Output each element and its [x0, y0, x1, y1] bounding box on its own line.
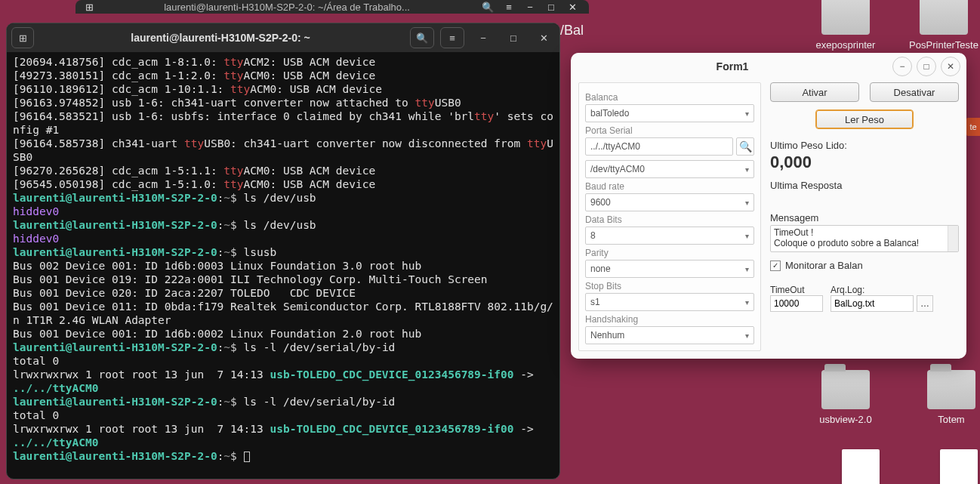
desktop-icon-totem[interactable]: Totem [906, 370, 980, 425]
desktop-icon-posprintertester[interactable]: PosPrinterTeste [898, 0, 980, 51]
desktop-file-2[interactable] [914, 449, 980, 484]
maximize-button[interactable]: □ [502, 27, 525, 48]
folder-icon [821, 0, 870, 35]
arqlog-browse-button[interactable]: … [917, 295, 933, 312]
menu-button[interactable]: ≡ [440, 27, 464, 48]
databits-combo[interactable]: 8 [585, 227, 754, 245]
handshake-combo[interactable]: Nenhum [585, 326, 754, 344]
bg-terminal-title: laurenti@laurenti-H310M-S2P-2-0: ~/Área … [97, 2, 477, 13]
ativar-button[interactable]: Ativar [770, 82, 859, 102]
form-close-button[interactable]: ✕ [941, 57, 960, 76]
close-button[interactable]: ✕ [532, 27, 555, 48]
msg-line-2: Coloque o produto sobre a Balanca! [774, 238, 955, 248]
ultima-resposta-label: Ultima Resposta [770, 180, 959, 191]
desktop-icon-label: PosPrinterTeste [898, 39, 980, 51]
folder-icon [920, 0, 968, 35]
form1-body: Balanca balToledo Porta Serial ../../tty… [571, 79, 966, 359]
folder-icon [821, 370, 870, 409]
newtab-button[interactable]: ⊞ [11, 27, 34, 48]
bg-close-icon[interactable]: ✕ [562, 0, 583, 14]
monitorar-checkbox[interactable]: ✓ [770, 260, 781, 271]
form-maximize-button[interactable]: □ [917, 57, 936, 76]
timeout-label: TimeOut [770, 285, 823, 295]
stopbits-combo[interactable]: s1 [585, 293, 754, 311]
desktop-icon-label: exeposprinter [800, 39, 891, 51]
porta-label: Porta Serial [585, 125, 754, 136]
porta-input[interactable]: ../../ttyACM0 [585, 137, 733, 156]
minimize-button[interactable]: − [472, 27, 495, 48]
balanca-label: Balanca [585, 92, 754, 103]
search-button[interactable]: 🔍 [410, 27, 434, 48]
handshake-label: Handshaking [585, 314, 754, 325]
newtab-icon[interactable]: ⊞ [82, 2, 97, 13]
desktop-icon-label: Totem [906, 414, 980, 425]
dev-combo[interactable]: /dev/ttyACM0 [585, 160, 754, 178]
partial-path-label: /Bal [560, 23, 584, 39]
desktop-icon-label: usbview-2.0 [800, 414, 891, 425]
file-icon [842, 449, 880, 484]
bg-menu-icon[interactable]: ≡ [498, 0, 519, 14]
stopbits-label: Stop Bits [585, 281, 754, 291]
terminal-cursor [244, 452, 250, 462]
arqlog-input[interactable] [831, 295, 914, 312]
bg-maximize-icon[interactable]: □ [541, 0, 562, 14]
lerpeso-button[interactable]: Ler Peso [815, 109, 914, 129]
file-icon [940, 449, 978, 484]
mensagem-label: Mensagem [770, 212, 959, 224]
form1-titlebar: Form1 − □ ✕ [571, 53, 966, 79]
msg-scrollbar[interactable] [948, 226, 958, 251]
databits-label: Data Bits [585, 214, 754, 225]
balanca-combo[interactable]: balToledo [585, 104, 754, 122]
terminal-body[interactable]: [20694.418756] cdc_acm 1-8:1.0: ttyACM2:… [7, 52, 559, 479]
timeout-input[interactable] [770, 295, 823, 312]
desktop-icon-usbview[interactable]: usbview-2.0 [800, 370, 891, 425]
mensagem-textbox[interactable]: TimeOut ! Coloque o produto sobre a Bala… [770, 225, 959, 252]
bg-search-icon[interactable]: 🔍 [477, 0, 498, 14]
bg-minimize-icon[interactable]: − [519, 0, 541, 14]
ultimo-peso-value: 0,000 [770, 153, 959, 172]
folder-icon [927, 370, 975, 409]
porta-search-button[interactable]: 🔍 [736, 137, 754, 156]
msg-line-1: TimeOut ! [774, 227, 955, 238]
form-minimize-button[interactable]: − [892, 57, 912, 76]
form1-window: Form1 − □ ✕ Balanca balToledo Porta Seri… [571, 53, 966, 359]
desktop-file-1[interactable] [815, 449, 906, 484]
terminal-titlebar: ⊞ laurenti@laurenti-H310M-S2P-2-0: ~ 🔍 ≡… [7, 23, 559, 52]
magnifier-icon: 🔍 [739, 140, 752, 153]
form1-title: Form1 [577, 60, 888, 72]
background-terminal-titlebar: ⊞ laurenti@laurenti-H310M-S2P-2-0: ~/Áre… [76, 0, 589, 14]
terminal-window: ⊞ laurenti@laurenti-H310M-S2P-2-0: ~ 🔍 ≡… [6, 23, 560, 479]
ultimo-peso-label: Ultimo Peso Lido: [770, 140, 959, 151]
terminal-title: laurenti@laurenti-H310M-S2P-2-0: ~ [37, 32, 404, 44]
desktop-icon-exeposprinter[interactable]: exeposprinter [800, 0, 891, 51]
right-edge-tab[interactable]: te [966, 118, 980, 136]
baud-combo[interactable]: 9600 [585, 193, 754, 211]
desativar-button[interactable]: Desativar [870, 82, 959, 102]
parity-combo[interactable]: none [585, 260, 754, 278]
arqlog-label: Arq.Log: [831, 285, 933, 295]
baud-label: Baud rate [585, 181, 754, 192]
monitorar-label: Monitorar a Balan [785, 260, 863, 271]
serial-config-panel: Balanca balToledo Porta Serial ../../tty… [578, 82, 761, 351]
right-panel: Ativar Desativar Ler Peso Ultimo Peso Li… [770, 82, 959, 351]
parity-label: Parity [585, 248, 754, 258]
